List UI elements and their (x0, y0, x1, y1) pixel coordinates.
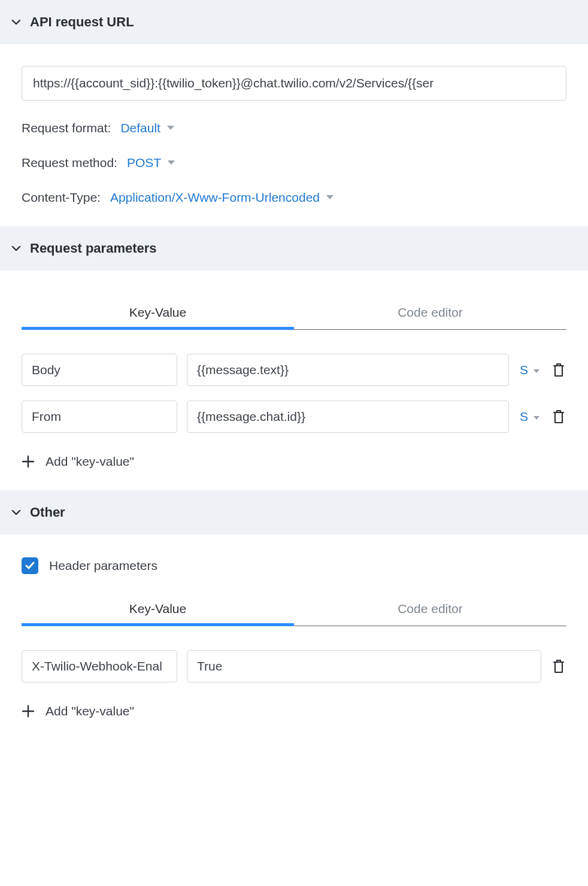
request-method-label: Request method: (22, 156, 117, 170)
param-key-input[interactable] (22, 400, 177, 433)
request-format-value: Default (120, 121, 160, 135)
request-format-dropdown[interactable]: Default (120, 121, 175, 135)
section-body-request-params: Key-Value Code editor S S (0, 271, 588, 490)
caret-down-icon (533, 363, 540, 377)
content-type-row: Content-Type: Application/X-Www-Form-Url… (22, 190, 566, 205)
add-header-key-value-label: Add "key-value" (46, 704, 134, 718)
param-value-input[interactable] (187, 400, 509, 433)
add-key-value-button[interactable]: Add "key-value" (22, 454, 566, 469)
section-header-other[interactable]: Other (0, 490, 588, 535)
tab-code-editor[interactable]: Code editor (294, 591, 566, 626)
content-type-value: Application/X-Www-Form-Urlencoded (110, 190, 320, 205)
tab-code-editor[interactable]: Code editor (294, 295, 566, 329)
delete-row-button[interactable] (551, 658, 566, 675)
header-params-checkbox[interactable] (22, 557, 38, 574)
param-type-value: S (520, 409, 528, 424)
tab-key-value[interactable]: Key-Value (22, 295, 294, 329)
header-key-input[interactable] (22, 650, 177, 682)
headers-kv-rows (22, 650, 566, 682)
param-type-dropdown[interactable]: S (519, 363, 541, 377)
header-value-input[interactable] (187, 650, 541, 682)
header-params-toggle-row: Header parameters (22, 557, 566, 574)
request-format-row: Request format: Default (22, 121, 566, 135)
content-type-dropdown[interactable]: Application/X-Www-Form-Urlencoded (110, 190, 334, 205)
add-header-key-value-button[interactable]: Add "key-value" (22, 704, 566, 718)
caret-down-icon (167, 160, 175, 166)
params-tabs: Key-Value Code editor (22, 295, 566, 330)
caret-down-icon (533, 409, 540, 424)
chevron-down-icon (11, 507, 22, 518)
tab-key-value[interactable]: Key-Value (22, 591, 294, 626)
request-format-label: Request format: (22, 121, 111, 135)
param-row: S (22, 354, 566, 386)
section-title-other: Other (30, 505, 65, 520)
param-type-dropdown[interactable]: S (519, 409, 541, 424)
section-title-request-params: Request parameters (30, 241, 157, 256)
chevron-down-icon (11, 243, 22, 254)
caret-down-icon (166, 125, 175, 131)
caret-down-icon (326, 195, 334, 201)
api-url-input[interactable] (22, 66, 566, 101)
content-type-label: Content-Type: (22, 190, 101, 205)
section-body-api-url: Request format: Default Request method: … (0, 44, 588, 226)
section-title-api-url: API request URL (30, 14, 134, 30)
param-type-value: S (520, 363, 528, 377)
add-key-value-label: Add "key-value" (46, 454, 134, 469)
request-method-dropdown[interactable]: POST (127, 156, 175, 170)
param-row: S (22, 400, 566, 433)
plus-icon (22, 705, 35, 718)
plus-icon (22, 455, 35, 468)
param-value-input[interactable] (187, 354, 509, 386)
request-method-row: Request method: POST (22, 156, 566, 170)
section-header-api-url[interactable]: API request URL (0, 0, 588, 44)
params-kv-rows: S S (22, 354, 566, 433)
header-params-label: Header parameters (49, 559, 157, 573)
section-header-request-params[interactable]: Request parameters (0, 226, 588, 271)
delete-row-button[interactable] (551, 362, 566, 378)
section-body-other: Header parameters Key-Value Code editor … (0, 535, 588, 740)
chevron-down-icon (11, 17, 22, 28)
headers-tabs: Key-Value Code editor (22, 591, 566, 626)
delete-row-button[interactable] (551, 408, 566, 425)
param-key-input[interactable] (22, 354, 177, 386)
request-method-value: POST (127, 156, 161, 170)
header-row (22, 650, 566, 682)
